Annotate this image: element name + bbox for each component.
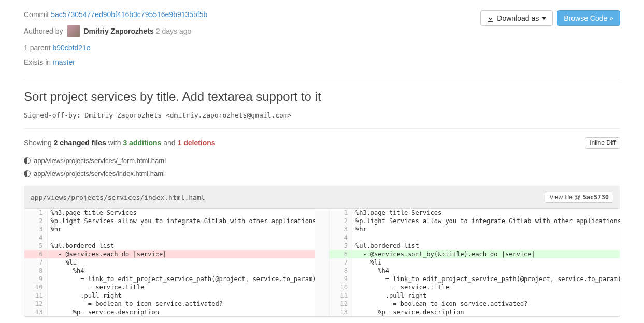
additions-count: 3 additions xyxy=(123,139,161,147)
new-line-number: 9 xyxy=(330,275,352,283)
new-line-code: %h4 xyxy=(352,267,620,275)
new-line-code: %h3.page-title Services xyxy=(352,209,620,217)
new-line-number: 4 xyxy=(330,233,352,242)
view-file-button[interactable]: View file @ 5ac5730 xyxy=(545,192,613,203)
deletions-count: 1 deletions xyxy=(177,139,215,147)
old-line-number: 10 xyxy=(24,283,47,291)
diff-row: 13 %p= service.description13 %p= service… xyxy=(24,308,620,316)
new-line-number: 12 xyxy=(330,300,352,308)
commit-time: 2 days ago xyxy=(156,27,192,35)
old-line-code: %h3.page-title Services xyxy=(47,209,315,217)
parent-sha-link[interactable]: b90cbfd21e xyxy=(52,43,90,52)
diff-row: 12 = boolean_to_icon service.activated?1… xyxy=(24,300,620,308)
new-line-number: 10 xyxy=(330,283,352,291)
old-line-number: 8 xyxy=(24,267,47,275)
new-line-number: 13 xyxy=(330,308,352,316)
diff-row: 44 xyxy=(24,233,620,242)
old-line-code: = boolean_to_icon service.activated? xyxy=(47,300,315,308)
new-line-code xyxy=(352,233,620,242)
old-line-code: %p.light Services allow you to integrate… xyxy=(47,217,315,225)
commit-sha-link[interactable]: 5ac57305477ed90bf416b3c795516e9b9135bf5b xyxy=(51,10,207,19)
old-line-code: %hr xyxy=(47,225,315,233)
diff-row: 11 .pull-right11 .pull-right xyxy=(24,291,620,300)
new-line-code: %p.light Services allow you to integrate… xyxy=(352,217,620,225)
commit-sha-line: Commit 5ac57305477ed90bf416b3c795516e9b9… xyxy=(24,10,207,19)
old-line-number: 12 xyxy=(24,300,47,308)
new-line-code: .pull-right xyxy=(352,291,620,300)
changed-file-link[interactable]: app/views/projects/services/_form.html.h… xyxy=(24,157,620,165)
old-line-number: 13 xyxy=(24,308,47,316)
new-line-number: 8 xyxy=(330,267,352,275)
contrast-icon xyxy=(24,170,31,177)
old-line-code: .pull-right xyxy=(47,291,315,300)
author-name: Dmitriy Zaporozhets xyxy=(84,27,154,35)
branch-link[interactable]: master xyxy=(53,58,75,66)
new-line-number: 2 xyxy=(330,217,352,225)
new-line-number: 1 xyxy=(330,209,352,217)
download-icon xyxy=(487,15,494,22)
new-line-code: = service.title xyxy=(352,283,620,291)
diff-row: 10 = service.title10 = service.title xyxy=(24,283,620,291)
old-line-code xyxy=(47,233,315,242)
new-line-code: = link_to edit_project_service_path(@pro… xyxy=(352,275,620,283)
new-line-number: 3 xyxy=(330,225,352,233)
new-line-code: %p= service.description xyxy=(352,308,620,316)
commit-body: Signed-off-by: Dmitriy Zaporozhets <dmit… xyxy=(24,111,620,119)
old-line-number: 3 xyxy=(24,225,47,233)
changed-file-link[interactable]: app/views/projects/services/index.html.h… xyxy=(24,170,620,178)
old-line-code: - @services.each do |service| xyxy=(47,250,315,258)
old-line-number: 4 xyxy=(24,233,47,242)
diff-row: 7 %li7 %li xyxy=(24,258,620,267)
old-line-code: = link_to edit_project_service_path(@pro… xyxy=(47,275,315,283)
exists-in-line: Exists in master xyxy=(24,58,207,66)
new-line-number: 6 xyxy=(330,250,352,258)
diff-summary: Showing 2 changed files with 3 additions… xyxy=(24,139,216,147)
diff-file: app/views/projects/services/index.html.h… xyxy=(24,186,620,317)
new-line-code: - @services.sort_by(&:title).each do |se… xyxy=(352,250,620,258)
browse-code-button[interactable]: Browse Code » xyxy=(557,10,620,26)
old-line-code: %h4 xyxy=(47,267,315,275)
new-line-code: %hr xyxy=(352,225,620,233)
avatar xyxy=(67,25,80,37)
parent-line: 1 parent b90cbfd21e xyxy=(24,43,207,52)
caret-down-icon xyxy=(542,17,546,20)
new-line-number: 7 xyxy=(330,258,352,267)
new-line-number: 5 xyxy=(330,242,352,250)
new-line-code: = boolean_to_icon service.activated? xyxy=(352,300,620,308)
old-line-number: 7 xyxy=(24,258,47,267)
commit-title: Sort project services by title. Add text… xyxy=(24,90,620,104)
old-line-code: %ul.bordered-list xyxy=(47,242,315,250)
old-line-number: 1 xyxy=(24,209,47,217)
new-line-code: %li xyxy=(352,258,620,267)
diff-row: 5%ul.bordered-list5%ul.bordered-list xyxy=(24,242,620,250)
diff-row: 1%h3.page-title Services1%h3.page-title … xyxy=(24,209,620,217)
old-line-number: 5 xyxy=(24,242,47,250)
diff-row: 2%p.light Services allow you to integrat… xyxy=(24,217,620,225)
old-line-code: = service.title xyxy=(47,283,315,291)
diff-table: 1%h3.page-title Services1%h3.page-title … xyxy=(24,209,620,316)
diff-row: 6 - @services.each do |service|6 - @serv… xyxy=(24,250,620,258)
contrast-icon xyxy=(24,157,31,164)
diff-file-path: app/views/projects/services/index.html.h… xyxy=(31,194,205,201)
old-line-number: 9 xyxy=(24,275,47,283)
author-line: Authored by Dmitriy Zaporozhets 2 days a… xyxy=(24,25,207,37)
new-line-code: %ul.bordered-list xyxy=(352,242,620,250)
diff-row: 3%hr3%hr xyxy=(24,225,620,233)
old-line-code: %p= service.description xyxy=(47,308,315,316)
new-line-number: 11 xyxy=(330,291,352,300)
inline-diff-button[interactable]: Inline Diff xyxy=(585,137,620,149)
diff-row: 9 = link_to edit_project_service_path(@p… xyxy=(24,275,620,283)
diff-row: 8 %h48 %h4 xyxy=(24,267,620,275)
old-line-number: 2 xyxy=(24,217,47,225)
old-line-code: %li xyxy=(47,258,315,267)
old-line-number: 11 xyxy=(24,291,47,300)
download-as-button[interactable]: Download as xyxy=(480,10,553,26)
old-line-number: 6 xyxy=(24,250,47,258)
